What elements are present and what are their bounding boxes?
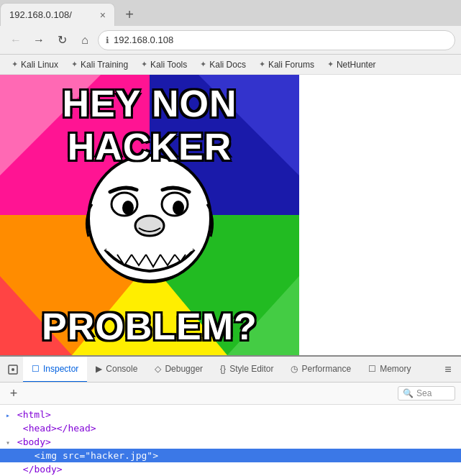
debugger-tab-label: Debugger (165, 364, 203, 374)
bookmark-kali-linux[interactable]: ✦ Kali Linux (6, 58, 64, 71)
tab-bar: 192.168.0.108/ × + (0, 0, 461, 26)
style-editor-tab-label: Style Editor (229, 364, 273, 374)
memory-tab-icon: ☐ (368, 364, 376, 374)
bookmark-kali-forums[interactable]: ✦ Kali Forums (253, 58, 320, 71)
console-tab-icon: ▶ (96, 364, 102, 374)
tab-title: 192.168.0.108/ (9, 9, 72, 20)
address-text: 192.168.0.108 (114, 35, 447, 45)
devtools-panel: ☐ Inspector ▶ Console ◇ Debugger {} Styl… (0, 355, 461, 476)
bookmark-label: Kali Linux (21, 60, 58, 70)
back-button[interactable]: ← (6, 30, 26, 50)
bookmark-label: NetHunter (337, 60, 376, 70)
bookmark-kali-tools[interactable]: ✦ Kali Tools (135, 58, 193, 71)
new-tab-button[interactable]: + (118, 3, 141, 26)
bookmark-icon: ✦ (259, 60, 265, 69)
svg-point-13 (173, 201, 184, 215)
style-editor-tab-icon: {} (220, 364, 226, 374)
tab-style-editor[interactable]: {} Style Editor (211, 357, 282, 383)
html-line-html: ▸ <html> (6, 408, 455, 421)
meme-bottom-text: PROBLEM? (0, 305, 299, 348)
bookmark-label: Kali Tools (150, 60, 187, 70)
svg-point-12 (122, 201, 134, 215)
home-button[interactable]: ⌂ (75, 30, 95, 50)
devtools-pick-button[interactable] (3, 360, 23, 380)
devtools-tab-bar: ☐ Inspector ▶ Console ◇ Debugger {} Styl… (0, 357, 461, 383)
info-icon: ℹ (106, 35, 109, 45)
devtools-html-content: ▸ <html> <head></head> ▾ <body> <img src… (0, 405, 461, 476)
inspector-tab-icon: ☐ (32, 364, 40, 374)
html-line-body-open: ▾ <body> (6, 435, 455, 449)
devtools-add-button[interactable]: + (6, 385, 22, 401)
bookmark-label: Kali Training (81, 60, 128, 70)
devtools-toolbar: + 🔍 Sea (0, 383, 461, 405)
bookmark-label: Kali Docs (209, 60, 246, 70)
html-line-head: <head></head> (6, 421, 455, 435)
forward-button[interactable]: → (29, 30, 49, 50)
tab-performance[interactable]: ◷ Performance (282, 357, 360, 383)
reload-button[interactable]: ↻ (52, 30, 72, 50)
console-tab-label: Console (106, 364, 137, 374)
meme-top-text: HEY NON HACKER (0, 82, 299, 168)
search-icon: 🔍 (403, 388, 414, 398)
bookmark-label: Kali Forums (268, 60, 314, 70)
bookmark-icon: ✦ (327, 60, 334, 69)
bookmark-icon: ✦ (71, 60, 78, 69)
bookmarks-bar: ✦ Kali Linux ✦ Kali Training ✦ Kali Tool… (0, 55, 461, 75)
debugger-tab-icon: ◇ (155, 364, 161, 374)
devtools-overflow-menu: ≡ (438, 360, 458, 380)
html-line-img[interactable]: <img src="hacker.jpg"> (0, 449, 461, 462)
page-content: HEY NON HACKER PROBLEM? (0, 75, 461, 355)
bookmark-icon: ✦ (141, 60, 147, 69)
inspector-tab-label: Inspector (43, 364, 78, 374)
bookmark-kali-training[interactable]: ✦ Kali Training (65, 58, 134, 71)
memory-tab-label: Memory (380, 364, 411, 374)
expand-arrow[interactable]: ▸ (6, 411, 10, 419)
bookmark-kali-docs[interactable]: ✦ Kali Docs (194, 58, 252, 71)
performance-tab-label: Performance (301, 364, 351, 374)
bookmark-icon: ✦ (200, 60, 206, 69)
svg-point-14 (135, 216, 164, 236)
devtools-search[interactable]: 🔍 Sea (398, 386, 455, 401)
devtools-overflow-button[interactable]: ≡ (438, 360, 458, 380)
html-line-body-close: </body> (6, 462, 455, 476)
tab-debugger[interactable]: ◇ Debugger (146, 357, 211, 383)
meme-image: HEY NON HACKER PROBLEM? (0, 75, 299, 355)
svg-point-16 (12, 368, 14, 371)
search-placeholder: Sea (416, 388, 432, 398)
bookmark-nethunter[interactable]: ✦ NetHunter (321, 58, 382, 71)
tab-inspector[interactable]: ☐ Inspector (23, 357, 87, 383)
body-expand-arrow[interactable]: ▾ (6, 439, 10, 447)
performance-tab-icon: ◷ (291, 364, 298, 374)
address-bar[interactable]: ℹ 192.168.0.108 (98, 30, 455, 50)
browser-chrome: 192.168.0.108/ × + ← → ↻ ⌂ ℹ 192.168.0.1… (0, 0, 461, 75)
bookmark-icon: ✦ (12, 60, 18, 69)
tab-console[interactable]: ▶ Console (87, 357, 146, 383)
tab-close-button[interactable]: × (100, 9, 106, 21)
tab-memory[interactable]: ☐ Memory (360, 357, 419, 383)
browser-tab[interactable]: 192.168.0.108/ × (0, 3, 115, 26)
nav-bar: ← → ↻ ⌂ ℹ 192.168.0.108 (0, 26, 461, 55)
